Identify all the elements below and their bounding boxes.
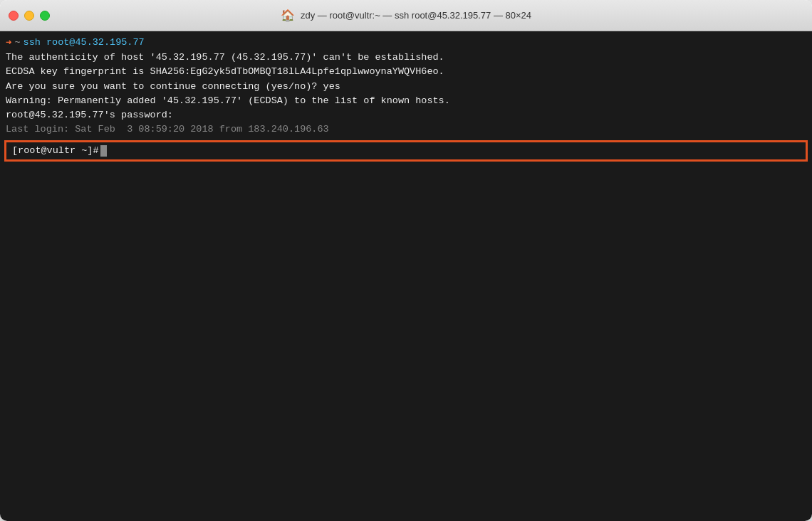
- close-button[interactable]: [9, 11, 19, 21]
- window-title: zdy — root@vultr:~ — ssh root@45.32.195.…: [301, 10, 531, 21]
- maximize-button[interactable]: [40, 11, 50, 21]
- output-line-2: ECDSA key fingerprint is SHA256:EgG2yk5d…: [0, 65, 812, 79]
- home-icon: 🏠: [281, 9, 295, 22]
- terminal-window: 🏠 zdy — root@vultr:~ — ssh root@45.32.19…: [0, 0, 812, 521]
- cursor: [100, 145, 107, 157]
- prompt-arrow: ➜: [6, 36, 11, 51]
- initial-prompt-line: ➜ ~ ssh root@45.32.195.77: [0, 36, 812, 51]
- terminal-body[interactable]: ➜ ~ ssh root@45.32.195.77 The authentici…: [0, 31, 812, 521]
- minimize-button[interactable]: [24, 11, 34, 21]
- output-line-1: The authenticity of host '45.32.195.77 (…: [0, 51, 812, 65]
- output-line-6: Last login: Sat Feb 3 08:59:20 2018 from…: [0, 122, 812, 137]
- output-line-3: Are you sure you want to continue connec…: [0, 80, 812, 94]
- prompt-command: ssh root@45.32.195.77: [24, 36, 145, 50]
- active-prompt-box[interactable]: [root@vultr ~]#: [4, 140, 808, 162]
- output-line-4: Warning: Permanently added '45.32.195.77…: [0, 94, 812, 108]
- output-line-5: root@45.32.195.77's password:: [0, 108, 812, 122]
- prompt-tilde: ~: [14, 36, 20, 50]
- traffic-lights: [9, 11, 50, 21]
- title-bar-center: 🏠 zdy — root@vultr:~ — ssh root@45.32.19…: [281, 9, 531, 22]
- active-prompt-text: [root@vultr ~]#: [12, 145, 99, 156]
- title-bar: 🏠 zdy — root@vultr:~ — ssh root@45.32.19…: [0, 0, 812, 31]
